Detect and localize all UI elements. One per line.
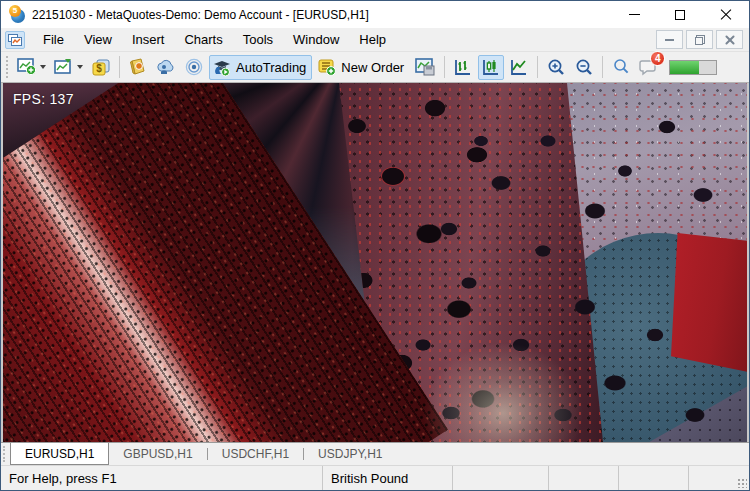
- menu-bar: File View Insert Charts Tools Window Hel…: [1, 28, 749, 52]
- line-chart-button[interactable]: [506, 55, 532, 80]
- new-chart-button[interactable]: [14, 55, 49, 80]
- mdi-minimize-button[interactable]: [656, 30, 683, 49]
- close-button[interactable]: [703, 1, 749, 28]
- app-logo-icon: 5: [9, 6, 26, 23]
- zoom-out-button[interactable]: [571, 55, 597, 80]
- mdi-restore-button[interactable]: [686, 30, 713, 49]
- status-cell-empty: [549, 466, 619, 490]
- bar-chart-button[interactable]: [450, 55, 476, 80]
- toolbar-separator: [119, 56, 120, 78]
- tab-usdchf[interactable]: USDCHF,H1: [208, 443, 303, 465]
- new-order-icon: [317, 58, 337, 77]
- menu-window[interactable]: Window: [283, 29, 349, 50]
- menu-charts[interactable]: Charts: [174, 29, 232, 50]
- search-button[interactable]: [608, 55, 633, 80]
- status-cell-empty: [689, 466, 749, 490]
- menu-view[interactable]: View: [74, 29, 122, 50]
- mdi-close-button[interactable]: [716, 30, 743, 49]
- status-bar: For Help, press F1 British Pound: [1, 465, 749, 490]
- signals-button[interactable]: [181, 55, 207, 80]
- status-symbol-description: British Pound: [323, 466, 453, 490]
- render-glow-spot: [423, 343, 583, 442]
- mdi-restore-icon: [695, 35, 705, 45]
- candlestick-chart-icon: [481, 58, 501, 77]
- toolbar: $: [1, 52, 749, 83]
- zoom-in-button[interactable]: [543, 55, 569, 80]
- line-chart-icon: [509, 58, 529, 77]
- mql5-cloud-icon: [156, 58, 176, 76]
- chart-tab-bar: EURUSD,H1 GBPUSD,H1 USDCHF,H1 USDJPY,H1: [1, 442, 749, 465]
- logo-badge: 5: [9, 5, 21, 17]
- history-book-button[interactable]: [125, 55, 151, 80]
- history-book-icon: [128, 58, 148, 76]
- status-cell-empty: [453, 466, 549, 490]
- toolbar-separator: [537, 56, 538, 78]
- title-bar: 5 22151030 - MetaQuotes-Demo: Demo Accou…: [1, 1, 749, 28]
- progress-fill: [670, 61, 699, 74]
- notification-count-badge: 4: [650, 51, 665, 66]
- toolbar-separator: [444, 56, 445, 78]
- search-icon: [612, 58, 630, 76]
- new-order-label: New Order: [341, 60, 404, 75]
- menu-insert[interactable]: Insert: [122, 29, 175, 50]
- toolbar-grip[interactable]: [6, 56, 10, 78]
- tester-chart-floppy-icon: [415, 58, 436, 77]
- profiles-icon: [54, 58, 74, 76]
- new-chart-dropdown-caret: [40, 65, 46, 69]
- maximize-icon: [675, 10, 685, 20]
- chart-document-icon[interactable]: [5, 31, 25, 49]
- autotrading-button[interactable]: AutoTrading: [209, 55, 312, 80]
- bar-chart-icon: [453, 58, 473, 77]
- menu-help[interactable]: Help: [349, 29, 396, 50]
- zoom-in-icon: [546, 58, 566, 77]
- zoom-out-icon: [574, 58, 594, 77]
- tab-eurusd[interactable]: EURUSD,H1: [10, 443, 109, 465]
- new-order-button[interactable]: New Order: [314, 55, 410, 80]
- autotrading-label: AutoTrading: [236, 60, 306, 75]
- tab-gbpusd[interactable]: GBPUSD,H1: [109, 443, 206, 465]
- menu-file[interactable]: File: [33, 29, 74, 50]
- strategy-tester-button[interactable]: [412, 55, 439, 80]
- mdi-minimize-icon: [665, 39, 674, 41]
- minimize-icon: [629, 14, 640, 15]
- autotrading-icon: [212, 58, 232, 77]
- profiles-button[interactable]: [51, 55, 86, 80]
- window-controls: [611, 1, 749, 28]
- maximize-button[interactable]: [657, 1, 703, 28]
- mdi-close-icon: [725, 35, 735, 45]
- terminal-window: 5 22151030 - MetaQuotes-Demo: Demo Accou…: [0, 0, 750, 491]
- status-help-text: For Help, press F1: [1, 466, 323, 490]
- market-watch-button[interactable]: $: [88, 55, 114, 80]
- notifications-button[interactable]: 4: [635, 55, 660, 80]
- status-cell-empty: [619, 466, 689, 490]
- chart-window-glyph: [8, 34, 22, 46]
- chart-render-viewport[interactable]: FPS: 137: [1, 83, 749, 442]
- dollar-glyph: $: [96, 63, 102, 74]
- render-holes-overlay: [3, 83, 747, 442]
- new-chart-icon: [17, 58, 37, 76]
- market-watch-icon: $: [91, 58, 111, 77]
- mql5-community-button[interactable]: [153, 55, 179, 80]
- candlestick-chart-button[interactable]: [478, 55, 504, 80]
- tabbar-grip[interactable]: [3, 446, 8, 462]
- close-icon: [720, 9, 732, 21]
- fps-counter: FPS: 137: [13, 91, 74, 107]
- menu-tools[interactable]: Tools: [233, 29, 283, 50]
- window-title: 22151030 - MetaQuotes-Demo: Demo Account…: [32, 8, 611, 22]
- profiles-dropdown-caret: [77, 65, 83, 69]
- mdi-window-controls: [656, 30, 743, 49]
- toolbar-separator: [602, 56, 603, 78]
- signals-icon: [184, 58, 204, 76]
- tab-usdjpy[interactable]: USDJPY,H1: [304, 443, 396, 465]
- connection-progress-bar: [669, 60, 717, 75]
- resize-grip[interactable]: [737, 478, 747, 488]
- minimize-button[interactable]: [611, 1, 657, 28]
